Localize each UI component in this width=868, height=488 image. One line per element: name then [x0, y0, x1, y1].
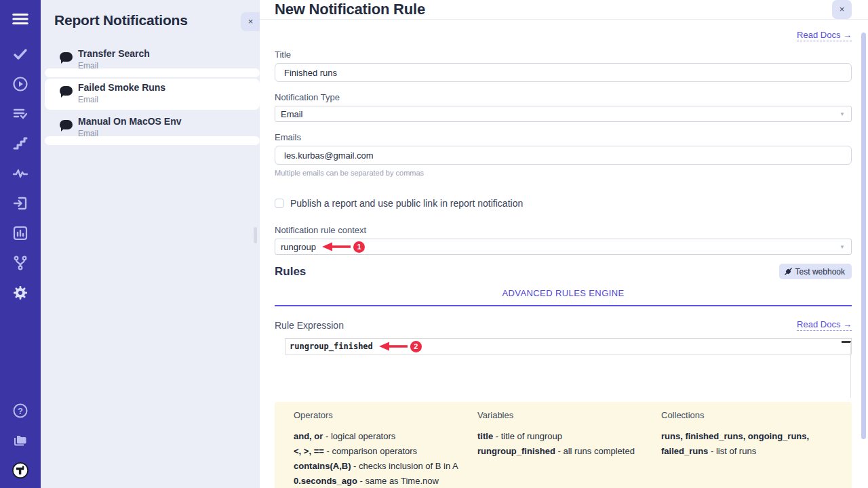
expression-help-box: Operators and, or - logical operators <,…	[275, 402, 852, 488]
report-notifications-panel: Report Notifications × Transfer Search E…	[41, 0, 260, 488]
bar-chart-icon[interactable]	[12, 225, 28, 241]
page-scrollbar[interactable]	[861, 33, 866, 439]
play-circle-icon[interactable]	[12, 76, 28, 92]
help-entry: and, or - logical operators	[294, 429, 468, 444]
import-icon[interactable]	[12, 195, 28, 211]
title-label: Title	[275, 49, 852, 60]
read-docs-link-rules[interactable]: Read Docs →	[797, 319, 852, 331]
chat-bubble-icon	[60, 86, 73, 98]
chevron-down-icon: ▼	[840, 244, 845, 250]
help-column-heading: Collections	[661, 410, 835, 420]
notification-title: Manual On MacOS Env	[78, 116, 181, 127]
chat-bubble-icon	[60, 52, 73, 64]
dialog-close-button[interactable]: ×	[832, 0, 852, 19]
editor-scroll-handle[interactable]	[842, 341, 851, 343]
chat-bubble-icon	[60, 120, 73, 131]
rules-tabbar: ADVANCED RULES ENGINE	[275, 287, 852, 306]
help-entry: 0.seconds_ago - same as Time.now	[294, 474, 468, 488]
read-docs-link[interactable]: Read Docs →	[797, 30, 852, 41]
chevron-down-icon: ▼	[840, 111, 845, 117]
notification-title: Transfer Search	[78, 48, 150, 60]
notification-list: Transfer Search Email Failed Smoke Runs …	[41, 45, 260, 144]
panel-title: Report Notifications	[54, 12, 188, 28]
notification-type: Email	[78, 95, 165, 105]
help-column-operators: Operators and, or - logical operators <,…	[294, 410, 477, 488]
help-entry: runs, finished_runs, ongoing_runs, faile…	[661, 429, 835, 459]
title-input[interactable]	[275, 63, 852, 82]
tab-advanced-rules-engine[interactable]: ADVANCED RULES ENGINE	[502, 288, 624, 298]
emails-hint: Multiple emails can be separated by comm…	[275, 169, 852, 177]
rule-context-value: rungroup	[281, 242, 316, 252]
rule-expression-editor[interactable]: rungroup_finished 2	[275, 338, 852, 398]
new-notification-rule-dialog: New Notification Rule × Read Docs → Titl…	[260, 0, 868, 488]
list-item[interactable]: Transfer Search Email	[45, 45, 260, 76]
help-entry: <, >, == - comparison operators	[294, 444, 468, 459]
app-window: ? Report Notifications × Transfer Search…	[0, 0, 868, 488]
emails-label: Emails	[275, 132, 852, 142]
help-icon[interactable]: ?	[12, 403, 28, 419]
editor-scroll-track	[850, 342, 851, 398]
menu-icon[interactable]	[12, 11, 28, 27]
check-icon[interactable]	[12, 46, 28, 62]
rule-expression-label: Rule Expression	[275, 320, 344, 331]
plug-icon	[785, 268, 792, 275]
icon-rail: ?	[0, 0, 41, 488]
rules-heading: Rules	[275, 265, 306, 279]
rule-expression-value: rungroup_finished	[290, 342, 373, 351]
rule-context-label: Notification rule context	[275, 225, 852, 235]
notification-title: Failed Smoke Runs	[78, 82, 165, 94]
notification-type-label: Notification Type	[275, 92, 852, 102]
red-arrow-left-icon	[379, 342, 408, 351]
notification-type-value: Email	[281, 109, 303, 119]
help-entry: rungroup_finished - all runs completed	[477, 444, 652, 459]
panel-scrollbar[interactable]	[254, 227, 257, 243]
panel-close-button[interactable]: ×	[241, 12, 260, 31]
notification-type: Email	[78, 61, 150, 71]
publish-report-checkbox[interactable]	[275, 199, 284, 208]
gear-icon[interactable]	[12, 285, 28, 301]
steps-icon[interactable]	[12, 136, 28, 152]
notification-type: Email	[78, 129, 181, 139]
notification-type-select[interactable]: Email ▼	[275, 106, 852, 122]
logo-t[interactable]	[12, 462, 28, 479]
svg-text:?: ?	[18, 406, 23, 416]
page-title: New Notification Rule	[275, 1, 425, 18]
list-item[interactable]: Manual On MacOS Env Email	[45, 113, 260, 144]
annotation-2-badge: 2	[410, 341, 422, 352]
help-column-variables: Variables title - title of rungroup rung…	[477, 410, 661, 488]
emails-input[interactable]	[275, 146, 852, 165]
rule-context-select[interactable]: rungroup 1 ▼	[275, 239, 852, 255]
test-webhook-button[interactable]: Test webhook	[779, 264, 852, 279]
list-check-icon[interactable]	[12, 106, 28, 122]
activity-icon[interactable]	[12, 165, 28, 182]
help-entry: contains(A,B) - checks inclusion of B in…	[294, 459, 468, 474]
annotation-1-badge: 1	[353, 241, 365, 253]
publish-report-label: Publish a report and use public link in …	[290, 198, 523, 209]
help-column-heading: Operators	[294, 410, 468, 420]
help-entry: title - title of rungroup	[477, 429, 652, 444]
annotation-2: 2	[379, 341, 422, 352]
list-item[interactable]: Failed Smoke Runs Email	[45, 79, 260, 110]
help-column-collections: Collections runs, finished_runs, ongoing…	[661, 410, 845, 488]
help-column-heading: Variables	[477, 410, 652, 420]
red-arrow-left-icon	[322, 242, 351, 251]
annotation-1: 1	[322, 241, 365, 253]
branch-icon[interactable]	[12, 255, 28, 271]
folders-icon[interactable]	[12, 432, 28, 449]
